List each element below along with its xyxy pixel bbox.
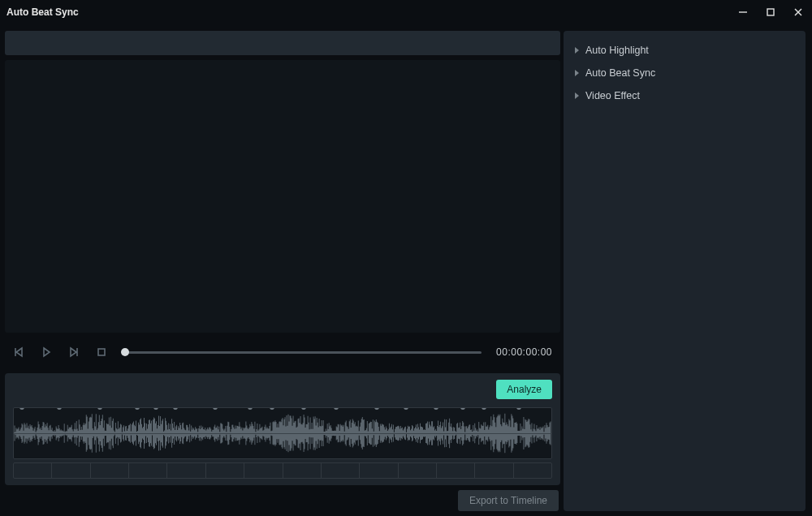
maximize-icon (767, 8, 775, 16)
maximize-button[interactable] (757, 0, 784, 24)
segment-cell (437, 463, 475, 478)
seek-thumb[interactable] (121, 348, 129, 356)
right-panel: Auto Highlight Auto Beat Sync Video Effe… (564, 31, 806, 511)
segment-cell (399, 463, 437, 478)
play-button[interactable] (37, 343, 55, 361)
beat-marker (19, 407, 24, 410)
beat-marker (97, 407, 102, 410)
prev-frame-icon (13, 346, 24, 358)
chevron-right-icon (575, 92, 579, 99)
prev-frame-button[interactable] (10, 343, 28, 361)
beat-marker (153, 407, 158, 410)
sidebar-item-label: Video Effect (585, 90, 640, 101)
playback-controls: 00:00:00:00 (5, 339, 560, 365)
svg-rect-4 (98, 349, 105, 355)
titlebar: Auto Beat Sync (0, 0, 812, 24)
next-frame-button[interactable] (65, 343, 83, 361)
beat-marker (434, 407, 438, 410)
waveform-display[interactable] (13, 407, 552, 459)
timecode-display: 00:00:00:00 (496, 346, 552, 358)
waveform-panel: Analyze (5, 373, 560, 485)
beat-marker (482, 407, 486, 410)
segment-ruler (13, 462, 552, 479)
beat-marker (334, 407, 339, 410)
segment-cell (360, 463, 398, 478)
minimize-icon (739, 8, 747, 16)
window-title: Auto Beat Sync (6, 6, 79, 18)
sidebar-item-label: Auto Highlight (585, 45, 649, 56)
segment-cell (244, 463, 283, 478)
chevron-right-icon (575, 47, 579, 54)
window-controls (729, 0, 812, 24)
play-icon (41, 346, 52, 358)
beat-marker (248, 407, 253, 410)
sidebar-item-video-effect[interactable]: Video Effect (572, 84, 797, 107)
sidebar-item-auto-beat-sync[interactable]: Auto Beat Sync (572, 62, 797, 84)
segment-cell (283, 463, 322, 478)
close-button[interactable] (784, 0, 812, 24)
left-panel: 00:00:00:00 Analyze Export to Timeline (0, 24, 564, 516)
video-preview (5, 60, 560, 333)
chevron-right-icon (575, 70, 579, 76)
export-button[interactable]: Export to Timeline (458, 490, 559, 511)
beat-marker (213, 407, 218, 410)
beat-marker (374, 407, 379, 410)
beat-marker (301, 407, 306, 410)
beat-marker (173, 407, 178, 410)
segment-cell (322, 463, 360, 478)
minimize-button[interactable] (729, 0, 757, 24)
beat-marker (57, 407, 62, 410)
stop-icon (96, 346, 107, 358)
analyze-button[interactable]: Analyze (496, 380, 552, 399)
segment-cell (475, 463, 513, 478)
segment-cell (52, 463, 90, 478)
seek-bar[interactable] (125, 351, 482, 354)
beat-marker (135, 407, 140, 410)
beat-markers (14, 407, 551, 411)
segment-cell (91, 463, 129, 478)
beat-marker (270, 407, 274, 410)
segment-cell (167, 463, 205, 478)
close-icon (794, 8, 802, 16)
beat-marker (516, 407, 521, 410)
segment-cell (14, 463, 52, 478)
sidebar-item-auto-highlight[interactable]: Auto Highlight (572, 39, 797, 62)
filename-bar (5, 31, 560, 55)
beat-marker (460, 407, 465, 410)
segment-cell (129, 463, 167, 478)
segment-cell (514, 463, 551, 478)
next-frame-icon (68, 346, 80, 358)
bottom-actions: Export to Timeline (5, 490, 560, 511)
segment-cell (206, 463, 244, 478)
sidebar-item-label: Auto Beat Sync (585, 67, 655, 79)
svg-rect-1 (767, 9, 774, 15)
waveform-centerline (14, 433, 551, 434)
beat-marker (404, 407, 408, 410)
stop-button[interactable] (93, 343, 110, 361)
